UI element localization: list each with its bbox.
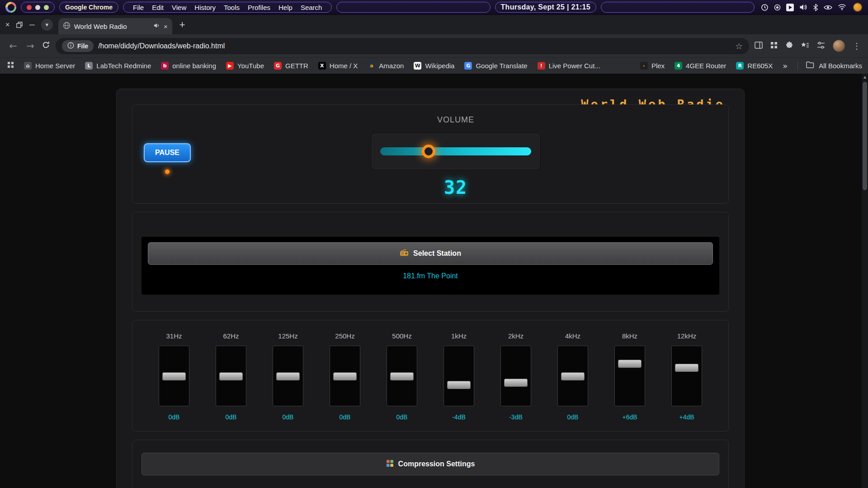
select-station-button[interactable]: Select Station: [148, 242, 713, 265]
window-close-icon[interactable]: ×: [5, 21, 9, 29]
system-user-avatar[interactable]: [853, 2, 863, 12]
menu-file[interactable]: File: [133, 4, 144, 11]
compression-section: Compression Settings: [132, 440, 729, 488]
omnibox[interactable]: File /home/diddy/Downloads/web-radio.htm…: [56, 38, 749, 54]
eq-slider-handle[interactable]: [675, 364, 698, 372]
bookmark-apps-grid-icon[interactable]: [7, 61, 14, 70]
eq-slider-track[interactable]: [557, 346, 588, 406]
site-info-chip[interactable]: File: [62, 40, 94, 52]
traffic-light-white[interactable]: [35, 5, 40, 10]
wifi-icon[interactable]: [838, 4, 846, 10]
menu-search[interactable]: Search: [301, 4, 322, 11]
bookmark-item[interactable]: ▶YouTube: [226, 62, 264, 70]
bookmark-favicon: X: [318, 62, 326, 70]
eq-slider-track[interactable]: [159, 346, 189, 406]
bookmark-item[interactable]: !Live Power Cut...: [538, 62, 600, 70]
eq-slider-handle[interactable]: [162, 372, 186, 380]
menu-profiles[interactable]: Profiles: [248, 4, 270, 11]
traffic-light-red[interactable]: [27, 5, 32, 10]
menu-view[interactable]: View: [172, 4, 186, 11]
bluetooth-icon[interactable]: [813, 4, 818, 11]
bookmark-item[interactable]: RRE605X: [736, 62, 773, 70]
eq-gain-value: 0dB: [169, 413, 180, 421]
bookmark-favicon: L: [85, 62, 93, 70]
current-station[interactable]: 181.fm The Point: [148, 272, 713, 280]
eq-slider-track[interactable]: [671, 346, 702, 406]
window-minimize-icon[interactable]: ─: [29, 21, 34, 29]
eq-slider-handle[interactable]: [447, 381, 471, 389]
bookmark-item[interactable]: ›Plex: [640, 62, 665, 70]
eq-gain-value: -4dB: [452, 413, 466, 421]
eq-slider-track[interactable]: [216, 346, 246, 406]
eq-slider-handle[interactable]: [219, 372, 243, 380]
bookmark-star-icon[interactable]: ☆: [735, 41, 743, 51]
tab-audio-icon[interactable]: [154, 22, 160, 30]
tab-search-button[interactable]: ▾: [41, 19, 53, 31]
bookmark-label: RE605X: [747, 62, 773, 70]
bookmark-item[interactable]: ⌂Home Server: [24, 62, 75, 70]
eq-slider-track[interactable]: [500, 346, 531, 406]
bookmark-item[interactable]: 44GEE Router: [675, 62, 726, 70]
eq-slider-handle[interactable]: [561, 372, 585, 380]
reading-list-star-icon[interactable]: [801, 42, 809, 51]
eq-slider-track[interactable]: [614, 346, 645, 406]
bookmarks-overflow-chevron[interactable]: »: [783, 61, 788, 70]
eq-slider-handle[interactable]: [390, 372, 414, 380]
scrollbar-thumb[interactable]: [863, 82, 867, 190]
eq-slider-track[interactable]: [443, 346, 474, 406]
pause-button[interactable]: PAUSE: [144, 143, 191, 162]
bookmark-label: Wikipedia: [425, 62, 454, 70]
extensions-puzzle-icon[interactable]: [785, 41, 793, 51]
bookmark-favicon: ⌂: [24, 62, 32, 70]
record-icon[interactable]: [774, 4, 781, 11]
reload-button[interactable]: [42, 41, 50, 51]
folder-icon: [806, 61, 814, 70]
browser-menu-kebab-icon[interactable]: ⋮: [853, 41, 861, 51]
apps-grid-icon[interactable]: [770, 42, 778, 51]
bookmark-item[interactable]: aAmazon: [368, 62, 404, 70]
volume-slider-track[interactable]: [380, 147, 531, 155]
bookmark-item[interactable]: bonline banking: [161, 62, 216, 70]
volume-slider-knob[interactable]: [422, 145, 435, 158]
bookmark-item[interactable]: WWikipedia: [414, 62, 454, 70]
tab-close-icon[interactable]: ×: [164, 23, 168, 30]
window-restore-icon[interactable]: [16, 22, 23, 28]
bookmark-item[interactable]: GGETTR: [274, 62, 308, 70]
eq-frequency-label: 500Hz: [392, 332, 411, 340]
menu-tools[interactable]: Tools: [224, 4, 240, 11]
eq-slider-handle[interactable]: [276, 372, 300, 380]
browser-tab[interactable]: World Web Radio ×: [58, 18, 172, 34]
eq-band-125Hz: 125Hz0dB: [267, 332, 309, 431]
new-tab-button[interactable]: +: [179, 20, 185, 30]
eye-icon[interactable]: [824, 5, 832, 10]
clock-icon[interactable]: [761, 4, 769, 11]
eq-slider-track[interactable]: [387, 346, 417, 406]
volume-icon[interactable]: [799, 4, 807, 11]
bookmark-item[interactable]: XHome / X: [318, 62, 358, 70]
bookmark-item[interactable]: LLabTech Redmine: [85, 62, 151, 70]
eq-slider-handle[interactable]: [618, 360, 642, 368]
eq-slider-track[interactable]: [273, 346, 303, 406]
page-scrollbar[interactable]: ▲: [862, 74, 868, 488]
bookmark-item[interactable]: GGoogle Translate: [464, 62, 527, 70]
all-bookmarks[interactable]: All Bookmarks: [797, 61, 862, 70]
media-play-icon[interactable]: [786, 4, 794, 11]
side-panel-icon[interactable]: [755, 42, 763, 51]
eq-band-250Hz: 250Hz0dB: [324, 332, 366, 431]
forward-button[interactable]: →: [24, 41, 36, 52]
eq-slider-track[interactable]: [330, 346, 360, 406]
scrollbar-up-arrow[interactable]: ▲: [862, 74, 868, 81]
bookmark-label: Google Translate: [476, 62, 527, 70]
menu-history[interactable]: History: [194, 4, 216, 11]
url-text[interactable]: /home/diddy/Downloads/web-radio.html: [98, 42, 225, 50]
tune-sliders-icon[interactable]: [817, 42, 825, 51]
eq-slider-handle[interactable]: [333, 372, 357, 380]
compression-settings-button[interactable]: Compression Settings: [142, 453, 719, 475]
eq-slider-handle[interactable]: [504, 379, 528, 387]
back-button[interactable]: ←: [7, 41, 19, 52]
system-logo-icon[interactable]: [5, 2, 16, 13]
menu-help[interactable]: Help: [278, 4, 292, 11]
menu-edit[interactable]: Edit: [152, 4, 164, 11]
profile-avatar[interactable]: [833, 40, 845, 52]
traffic-light-green[interactable]: [44, 5, 49, 10]
